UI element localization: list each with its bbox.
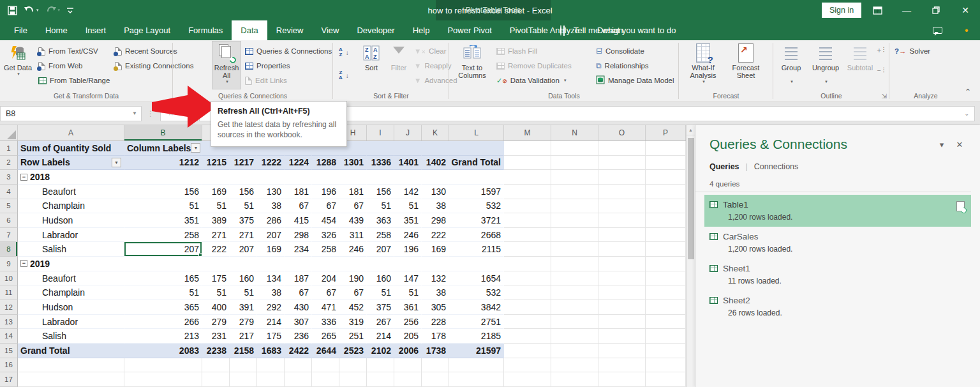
- cell[interactable]: 351: [124, 213, 202, 228]
- cell[interactable]: 142: [394, 185, 422, 199]
- outline-dialog-launcher-icon[interactable]: ⇲: [882, 93, 887, 100]
- cell[interactable]: 279: [202, 315, 230, 330]
- query-item-table1[interactable]: Table11,200 rows loaded.: [704, 195, 971, 227]
- cell[interactable]: 389: [202, 213, 230, 228]
- cell[interactable]: 214: [257, 315, 285, 330]
- cell[interactable]: [504, 358, 551, 373]
- cell[interactable]: [646, 358, 686, 373]
- cell[interactable]: 286: [257, 213, 285, 228]
- cell[interactable]: [367, 170, 394, 185]
- cell[interactable]: 1336: [367, 156, 394, 171]
- cell[interactable]: [339, 372, 367, 387]
- cell[interactable]: 3721: [449, 213, 504, 228]
- cell[interactable]: [646, 185, 686, 199]
- cell[interactable]: [312, 372, 339, 387]
- cell[interactable]: 134: [257, 271, 285, 286]
- query-refresh-icon[interactable]: [956, 201, 965, 211]
- properties-button[interactable]: Properties: [245, 59, 290, 73]
- cell[interactable]: 1738: [422, 344, 449, 358]
- cell[interactable]: [551, 300, 598, 315]
- cell[interactable]: [598, 372, 646, 387]
- cell[interactable]: [257, 170, 285, 185]
- panel-close-icon[interactable]: ✕: [951, 140, 969, 149]
- cell[interactable]: 271: [202, 228, 230, 243]
- cell[interactable]: [598, 156, 646, 171]
- from-text-csv-button[interactable]: From Text/CSV: [38, 44, 98, 58]
- cell[interactable]: 363: [367, 213, 394, 228]
- cell[interactable]: 452: [339, 300, 367, 315]
- cell[interactable]: 2083: [124, 344, 202, 358]
- row-header-12[interactable]: 12: [0, 300, 18, 315]
- row-header-14[interactable]: 14: [0, 329, 18, 344]
- cell[interactable]: [124, 358, 202, 373]
- cell[interactable]: [646, 199, 686, 214]
- cell[interactable]: Labrador: [18, 315, 124, 330]
- cell[interactable]: [449, 170, 504, 185]
- cell[interactable]: [124, 257, 202, 271]
- ungroup-button[interactable]: Ungroup▾: [808, 42, 843, 90]
- from-table-range-button[interactable]: From Table/Range: [38, 73, 110, 87]
- cell[interactable]: 2006: [394, 344, 422, 358]
- undo-icon[interactable]: ▾: [24, 6, 39, 15]
- cell[interactable]: Champlain: [18, 285, 124, 300]
- cell[interactable]: [646, 329, 686, 344]
- row-header-15[interactable]: 15: [0, 344, 18, 358]
- cell[interactable]: 271: [230, 228, 257, 243]
- cell[interactable]: [551, 213, 598, 228]
- cell[interactable]: 319: [339, 315, 367, 330]
- cell[interactable]: [598, 285, 646, 300]
- cell[interactable]: 532: [449, 199, 504, 214]
- cell[interactable]: [551, 285, 598, 300]
- cell[interactable]: [646, 141, 686, 156]
- subtotal-button[interactable]: Subtotal: [843, 42, 877, 90]
- cell[interactable]: 67: [285, 199, 312, 214]
- cell[interactable]: 3842: [449, 300, 504, 315]
- cell[interactable]: [598, 228, 646, 243]
- cell[interactable]: 38: [422, 285, 449, 300]
- cell[interactable]: 258: [124, 228, 202, 243]
- expand-formula-bar-icon[interactable]: ⌄: [964, 110, 969, 117]
- cell[interactable]: 196: [394, 242, 422, 257]
- cell[interactable]: [598, 271, 646, 286]
- cell[interactable]: 298: [285, 228, 312, 243]
- cell[interactable]: 266: [124, 315, 202, 330]
- cell[interactable]: 178: [422, 329, 449, 344]
- cell[interactable]: [449, 358, 504, 373]
- cell[interactable]: [422, 170, 449, 185]
- query-item-sheet2[interactable]: Sheet226 rows loaded.: [704, 291, 971, 322]
- row-labels-filter-icon[interactable]: ▼: [112, 158, 121, 167]
- cell[interactable]: [449, 257, 504, 271]
- cell[interactable]: 207: [124, 242, 202, 257]
- query-item-sheet1[interactable]: Sheet111 rows loaded.: [704, 259, 971, 291]
- tab-review[interactable]: Review: [267, 20, 313, 40]
- comments-icon[interactable]: [933, 20, 942, 40]
- cell[interactable]: 214: [367, 329, 394, 344]
- cell[interactable]: 196: [312, 185, 339, 199]
- tab-insert[interactable]: Insert: [77, 20, 115, 40]
- cell[interactable]: 256: [394, 315, 422, 330]
- cell[interactable]: [394, 372, 422, 387]
- what-if-analysis-button[interactable]: ? What-If Analysis▾: [683, 42, 724, 90]
- cell[interactable]: [367, 358, 394, 373]
- cell[interactable]: [551, 199, 598, 214]
- row-header-4[interactable]: 4: [0, 185, 18, 199]
- cell[interactable]: 311: [339, 228, 367, 243]
- cell[interactable]: 228: [422, 315, 449, 330]
- cell[interactable]: Beaufort: [18, 271, 124, 286]
- cell[interactable]: [504, 315, 551, 330]
- cell[interactable]: [551, 344, 598, 358]
- cell[interactable]: 181: [285, 185, 312, 199]
- cell[interactable]: Sum of Quantity Sold: [18, 141, 124, 156]
- cell[interactable]: 1597: [449, 185, 504, 199]
- cell[interactable]: 471: [312, 300, 339, 315]
- cell[interactable]: 205: [394, 329, 422, 344]
- cell[interactable]: 2238: [202, 344, 230, 358]
- cell[interactable]: Hudson: [18, 213, 124, 228]
- query-item-carsales[interactable]: CarSales1,200 rows loaded.: [704, 227, 971, 259]
- manage-data-model-button[interactable]: Manage Data Model: [596, 73, 674, 87]
- cell[interactable]: 265: [312, 329, 339, 344]
- cell[interactable]: [312, 358, 339, 373]
- cell[interactable]: 1288: [312, 156, 339, 171]
- cell[interactable]: [285, 170, 312, 185]
- row-header-1[interactable]: 1: [0, 141, 18, 156]
